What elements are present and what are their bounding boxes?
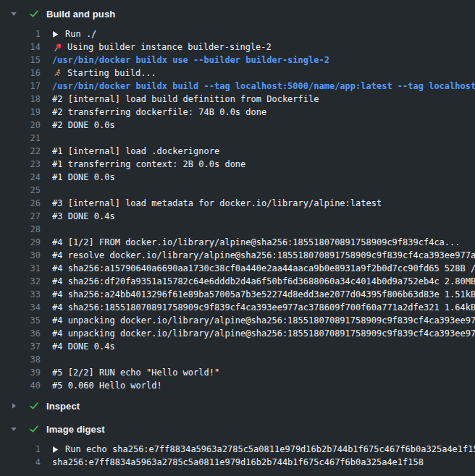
log-line-content: Using builder instance builder-single-2 [52,41,475,54]
line-number[interactable]: 29 [0,236,41,249]
log-line: 40#5 0.060 Hello world! [0,379,475,392]
pushpin-icon [52,42,62,52]
log-line: 15/usr/bin/docker buildx use --builder b… [0,54,475,67]
log-line: 22#1 [internal] load .dockerignore [0,145,475,158]
log-line-content: #2 [internal] load build definition from… [52,93,475,106]
line-number[interactable]: 37 [0,340,41,353]
line-number[interactable]: 34 [0,301,41,314]
line-number[interactable]: 1 [0,443,41,456]
log-text: #2 DONE 0.0s [52,119,115,132]
log-line: 17/usr/bin/docker buildx build --tag loc… [0,80,475,93]
line-number[interactable]: 40 [0,379,41,392]
line-number[interactable]: 21 [0,132,41,145]
log-line: 26#3 [internal] load metadata for docker… [0,197,475,210]
line-number[interactable]: 1 [0,27,41,41]
line-number[interactable]: 28 [0,223,41,236]
check-icon [28,423,40,435]
log-text: #4 sha256:185518070891758909c9f839cf4ca3… [52,301,475,314]
log-line: 20#2 DONE 0.0s [0,119,475,132]
log-text: sha256:e7ff8834a5963a2785c5a0811e979d16b… [52,456,424,469]
step-header-build-and-push[interactable]: Build and push [0,4,475,23]
log-line: 33#4 sha256:a24bb4013296f61e89ba57005a7b… [0,288,475,301]
log-line-content: /usr/bin/docker buildx build --tag local… [52,80,475,93]
line-number[interactable]: 32 [0,275,41,288]
line-number[interactable]: 18 [0,93,41,106]
step-log-image-digest: 1Run echo sha256:e7ff8834a5963a2785c5a08… [0,443,475,469]
log-line: 25 [0,184,475,197]
line-number[interactable]: 31 [0,262,41,275]
line-number[interactable]: 26 [0,197,41,210]
step-header-inspect[interactable]: Inspect [0,396,475,415]
line-number[interactable]: 14 [0,41,41,54]
log-text: /usr/bin/docker buildx use --builder bui… [52,54,329,67]
step-log-build-and-push: 1Run ./14Using builder instance builder-… [0,27,475,392]
log-line: 37#4 DONE 0.4s [0,340,475,353]
log-text: Starting build... [67,67,156,80]
play-icon[interactable] [52,446,59,454]
line-number[interactable]: 20 [0,119,41,132]
log-text: Run echo sha256:e7ff8834a5963a2785c5a081… [65,443,475,456]
play-icon[interactable] [52,30,59,38]
log-line: 35#4 unpacking docker.io/library/alpine@… [0,314,475,327]
line-number[interactable]: 36 [0,327,41,340]
step-title: Inspect [46,401,80,412]
group-toggle-line[interactable]: Run echo sha256:e7ff8834a5963a2785c5a081… [52,443,475,456]
line-number[interactable]: 15 [0,54,41,67]
log-text: #1 transferring context: 2B 0.0s done [52,158,245,171]
line-number[interactable]: 22 [0,145,41,158]
line-number[interactable]: 17 [0,80,41,93]
log-line: 36#4 unpacking docker.io/library/alpine@… [0,327,475,340]
line-number[interactable]: 19 [0,106,41,119]
line-number[interactable]: 24 [0,171,41,184]
log-line-content: #1 transferring context: 2B 0.0s done [52,158,475,171]
line-number[interactable]: 35 [0,314,41,327]
log-line-content: sha256:e7ff8834a5963a2785c5a0811e979d16b… [52,456,475,469]
line-number[interactable]: 38 [0,353,41,366]
line-number[interactable]: 23 [0,158,41,171]
log-line-content [52,184,475,197]
log-text: #1 [internal] load .dockerignore [52,145,219,158]
log-line-content: #4 [1/2] FROM docker.io/library/alpine@s… [52,236,475,249]
step-header-image-digest[interactable]: Image digest [0,420,475,438]
step-section-image-digest: Image digest1Run echo sha256:e7ff8834a59… [0,420,475,469]
log-text: #3 DONE 0.4s [52,210,115,223]
line-number[interactable]: 4 [0,456,41,469]
log-text: #4 sha256:a15790640a6690aa1730c38cf0a440… [52,262,475,275]
chevron-right-icon[interactable] [10,402,17,409]
log-text: #4 sha256:df20fa9351a15782c64e6dddb2d4a6… [52,275,475,288]
line-number[interactable]: 25 [0,184,41,197]
log-line: 30#4 resolve docker.io/library/alpine@sh… [0,249,475,262]
log-line: 32#4 sha256:df20fa9351a15782c64e6dddb2d4… [0,275,475,288]
log-text: #4 [1/2] FROM docker.io/library/alpine@s… [52,236,461,249]
runner-icon [52,68,62,78]
log-line: 38 [0,353,475,366]
log-line: 34#4 sha256:185518070891758909c9f839cf4c… [0,301,475,314]
line-number[interactable]: 30 [0,249,41,262]
log-line-content: #4 sha256:a15790640a6690aa1730c38cf0a440… [52,262,475,275]
log-line-content: #3 DONE 0.4s [52,210,475,223]
log-line: 31#4 sha256:a15790640a6690aa1730c38cf0a4… [0,262,475,275]
log-line-content: #5 [2/2] RUN echo "Hello world!" [52,366,475,379]
log-line-content [52,132,475,145]
log-text: #1 DONE 0.0s [52,171,115,184]
log-text: #4 unpacking docker.io/library/alpine@sh… [52,327,475,340]
log-line: 1Run ./ [0,27,475,41]
log-line: 14Using builder instance builder-single-… [0,41,475,54]
log-line-content: #4 sha256:df20fa9351a15782c64e6dddb2d4a6… [52,275,475,288]
log-text: /usr/bin/docker buildx build --tag local… [52,80,475,93]
log-line-content: #4 DONE 0.4s [52,340,475,353]
chevron-down-icon[interactable] [10,10,17,17]
log-line-content: #1 DONE 0.0s [52,171,475,184]
log-line-content: Starting build... [52,67,475,80]
step-section-build-and-push: Build and push1Run ./14Using builder ins… [0,4,475,392]
line-number[interactable]: 33 [0,288,41,301]
check-icon [28,8,40,20]
line-number[interactable]: 27 [0,210,41,223]
line-number[interactable]: 16 [0,67,41,80]
line-number[interactable]: 39 [0,366,41,379]
chevron-down-icon[interactable] [10,425,17,433]
log-line: 29#4 [1/2] FROM docker.io/library/alpine… [0,236,475,249]
log-line-content: #4 unpacking docker.io/library/alpine@sh… [52,327,475,340]
group-toggle-line[interactable]: Run ./ [52,27,475,41]
log-line-content [52,353,475,366]
